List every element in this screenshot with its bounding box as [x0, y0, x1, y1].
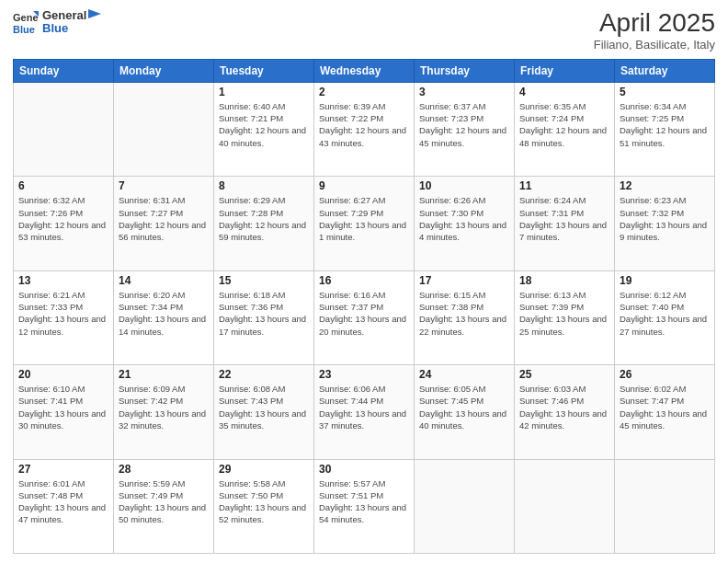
daylight-text: Daylight: 13 hours and 52 minutes. [219, 501, 309, 526]
sunrise-text: Sunrise: 6:34 AM [620, 100, 710, 112]
calendar-cell: 9Sunrise: 6:27 AMSunset: 7:29 PMDaylight… [314, 177, 415, 270]
daylight-text: Daylight: 13 hours and 47 minutes. [18, 501, 108, 526]
daylight-text: Daylight: 12 hours and 40 minutes. [219, 124, 309, 149]
calendar-cell: 7Sunrise: 6:31 AMSunset: 7:27 PMDaylight… [114, 177, 214, 270]
sunrise-text: Sunrise: 6:05 AM [419, 383, 509, 395]
day-number: 15 [219, 274, 309, 287]
day-info: Sunrise: 6:35 AMSunset: 7:24 PMDaylight:… [519, 100, 609, 149]
sunset-text: Sunset: 7:33 PM [18, 301, 108, 313]
day-info: Sunrise: 6:15 AMSunset: 7:38 PMDaylight:… [419, 289, 509, 338]
sunrise-text: Sunrise: 6:31 AM [119, 194, 209, 206]
sunrise-text: Sunrise: 6:27 AM [319, 194, 409, 206]
calendar-week-row: 13Sunrise: 6:21 AMSunset: 7:33 PMDayligh… [14, 270, 715, 364]
daylight-text: Daylight: 13 hours and 27 minutes. [620, 313, 710, 338]
sunset-text: Sunset: 7:48 PM [18, 489, 108, 501]
day-info: Sunrise: 6:05 AMSunset: 7:45 PMDaylight:… [419, 383, 509, 431]
day-info: Sunrise: 6:18 AMSunset: 7:36 PMDaylight:… [219, 289, 309, 338]
daylight-text: Daylight: 12 hours and 45 minutes. [419, 124, 509, 149]
calendar-cell [615, 459, 715, 553]
daylight-text: Daylight: 12 hours and 43 minutes. [319, 124, 409, 149]
sunset-text: Sunset: 7:44 PM [319, 395, 409, 407]
sunset-text: Sunset: 7:38 PM [419, 301, 509, 313]
day-info: Sunrise: 6:24 AMSunset: 7:31 PMDaylight:… [519, 194, 609, 243]
sunset-text: Sunset: 7:34 PM [119, 301, 209, 313]
day-info: Sunrise: 6:03 AMSunset: 7:46 PMDaylight:… [519, 383, 609, 431]
calendar-cell [515, 459, 615, 553]
daylight-text: Daylight: 13 hours and 1 minute. [319, 219, 409, 244]
sunset-text: Sunset: 7:27 PM [119, 207, 209, 219]
sunset-text: Sunset: 7:24 PM [519, 112, 609, 124]
daylight-text: Daylight: 13 hours and 20 minutes. [319, 313, 409, 338]
daylight-text: Daylight: 12 hours and 53 minutes. [18, 219, 108, 244]
daylight-text: Daylight: 12 hours and 48 minutes. [519, 124, 609, 149]
sunset-text: Sunset: 7:23 PM [419, 112, 509, 124]
col-monday: Monday [114, 59, 214, 82]
calendar-cell: 28Sunrise: 5:59 AMSunset: 7:49 PMDayligh… [114, 459, 214, 553]
day-number: 2 [319, 86, 409, 98]
sunrise-text: Sunrise: 6:03 AM [519, 383, 609, 395]
day-number: 24 [419, 368, 509, 381]
day-number: 20 [18, 368, 108, 381]
day-info: Sunrise: 6:32 AMSunset: 7:26 PMDaylight:… [18, 194, 108, 243]
day-number: 19 [620, 274, 710, 287]
day-number: 1 [219, 86, 309, 98]
sunset-text: Sunset: 7:40 PM [620, 301, 710, 313]
day-info: Sunrise: 6:02 AMSunset: 7:47 PMDaylight:… [620, 383, 710, 431]
sunrise-text: Sunrise: 6:02 AM [620, 383, 710, 395]
calendar-cell: 23Sunrise: 6:06 AMSunset: 7:44 PMDayligh… [314, 365, 415, 459]
sunset-text: Sunset: 7:30 PM [419, 207, 509, 219]
day-number: 16 [319, 274, 409, 287]
day-number: 4 [519, 86, 609, 98]
calendar-cell: 17Sunrise: 6:15 AMSunset: 7:38 PMDayligh… [415, 270, 515, 364]
sunset-text: Sunset: 7:26 PM [18, 207, 108, 219]
daylight-text: Daylight: 13 hours and 14 minutes. [119, 313, 209, 338]
sunrise-text: Sunrise: 6:06 AM [319, 383, 409, 395]
sunrise-text: Sunrise: 6:15 AM [419, 289, 509, 301]
day-number: 30 [319, 463, 409, 476]
day-number: 3 [419, 86, 509, 98]
calendar-week-row: 27Sunrise: 6:01 AMSunset: 7:48 PMDayligh… [14, 459, 715, 553]
sunrise-text: Sunrise: 6:18 AM [219, 289, 309, 301]
calendar-cell: 25Sunrise: 6:03 AMSunset: 7:46 PMDayligh… [515, 365, 615, 459]
sunset-text: Sunset: 7:50 PM [219, 489, 309, 501]
daylight-text: Daylight: 13 hours and 7 minutes. [519, 219, 609, 244]
daylight-text: Daylight: 12 hours and 59 minutes. [219, 219, 309, 244]
logo-icon: General Blue [13, 9, 39, 35]
day-number: 28 [119, 463, 209, 476]
calendar-week-row: 6Sunrise: 6:32 AMSunset: 7:26 PMDaylight… [14, 177, 715, 270]
sunset-text: Sunset: 7:28 PM [219, 207, 309, 219]
day-info: Sunrise: 6:01 AMSunset: 7:48 PMDaylight:… [18, 477, 108, 526]
svg-text:Blue: Blue [13, 24, 35, 35]
day-info: Sunrise: 6:10 AMSunset: 7:41 PMDaylight:… [18, 383, 108, 431]
day-info: Sunrise: 5:58 AMSunset: 7:50 PMDaylight:… [219, 477, 309, 526]
day-number: 5 [620, 86, 710, 98]
day-number: 18 [519, 274, 609, 287]
daylight-text: Daylight: 13 hours and 54 minutes. [319, 501, 409, 526]
sunrise-text: Sunrise: 6:26 AM [419, 194, 509, 206]
title-block: April 2025 Filiano, Basilicate, Italy [594, 9, 715, 52]
calendar-cell: 26Sunrise: 6:02 AMSunset: 7:47 PMDayligh… [615, 365, 715, 459]
sunset-text: Sunset: 7:22 PM [319, 112, 409, 124]
sunrise-text: Sunrise: 6:24 AM [519, 194, 609, 206]
daylight-text: Daylight: 13 hours and 30 minutes. [18, 408, 108, 432]
calendar-cell: 12Sunrise: 6:23 AMSunset: 7:32 PMDayligh… [615, 177, 715, 270]
day-number: 7 [119, 179, 209, 192]
sunset-text: Sunset: 7:43 PM [219, 395, 309, 407]
day-info: Sunrise: 6:27 AMSunset: 7:29 PMDaylight:… [319, 194, 409, 243]
sunset-text: Sunset: 7:49 PM [119, 489, 209, 501]
daylight-text: Daylight: 13 hours and 50 minutes. [119, 501, 209, 526]
daylight-text: Daylight: 13 hours and 12 minutes. [18, 313, 108, 338]
calendar-cell [415, 459, 515, 553]
col-wednesday: Wednesday [314, 59, 415, 82]
sunrise-text: Sunrise: 6:20 AM [119, 289, 209, 301]
sunrise-text: Sunrise: 6:13 AM [519, 289, 609, 301]
day-number: 17 [419, 274, 509, 287]
sunrise-text: Sunrise: 6:12 AM [620, 289, 710, 301]
calendar-table: Sunday Monday Tuesday Wednesday Thursday… [13, 59, 715, 554]
sunset-text: Sunset: 7:32 PM [620, 207, 710, 219]
calendar-cell: 21Sunrise: 6:09 AMSunset: 7:42 PMDayligh… [114, 365, 214, 459]
daylight-text: Daylight: 13 hours and 45 minutes. [620, 408, 710, 432]
calendar-cell: 15Sunrise: 6:18 AMSunset: 7:36 PMDayligh… [214, 270, 314, 364]
sunset-text: Sunset: 7:25 PM [620, 112, 710, 124]
sunrise-text: Sunrise: 6:10 AM [18, 383, 108, 395]
